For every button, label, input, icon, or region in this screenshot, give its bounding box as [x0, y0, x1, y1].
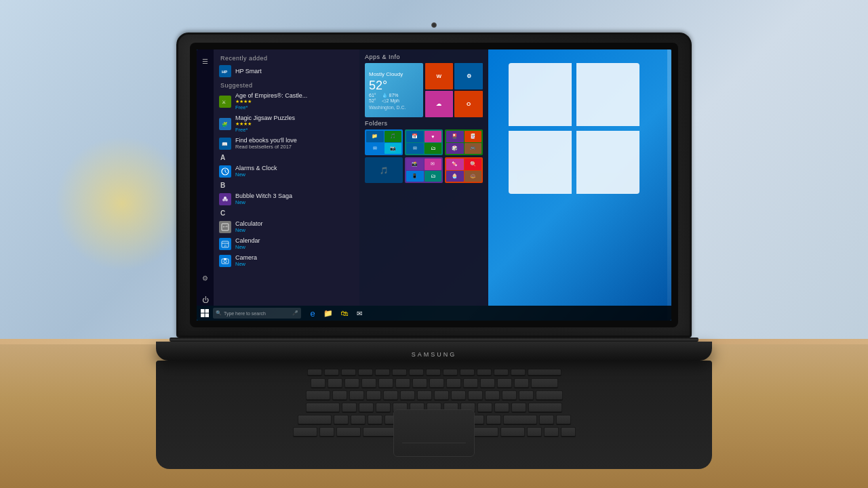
key-3[interactable]	[361, 378, 376, 388]
office-cluster-tile[interactable]: W ⚙ ☁ O	[425, 63, 484, 117]
key-a[interactable]	[342, 403, 357, 412]
key-f10[interactable]	[477, 369, 492, 375]
screen: ☰ ⚙ ⏻ Recently added HP HP	[197, 49, 671, 321]
key-win[interactable]	[319, 427, 334, 436]
key-backspace[interactable]	[531, 378, 558, 388]
key-z[interactable]	[334, 415, 349, 424]
folder-tile-3[interactable]: 🎴 🃏 🎲 🎮	[445, 129, 483, 155]
app-item-find-ebooks[interactable]: 📖 Find ebooks you'll love Read bestselle…	[214, 135, 359, 152]
magic-jigsaw-stars: ★★★★	[235, 121, 295, 127]
folder-sub-6d: 🍩	[465, 171, 482, 182]
key-f12[interactable]	[511, 369, 526, 375]
key-alt-l[interactable]	[336, 427, 361, 436]
taskbar-store-icon[interactable]: 🛍	[336, 306, 351, 321]
app-item-hp-smart[interactable]: HP HP Smart	[214, 63, 359, 79]
key-esc[interactable]	[307, 369, 322, 375]
folder-tile-6[interactable]: 🍬 🍭 🧁 🍩	[445, 157, 483, 183]
key-alt-r[interactable]	[500, 427, 525, 436]
key-slash[interactable]	[486, 415, 501, 424]
key-x[interactable]	[351, 415, 366, 424]
key-f6[interactable]	[409, 369, 424, 375]
key-t[interactable]	[400, 390, 415, 400]
key-enter[interactable]	[536, 390, 563, 400]
key-equals[interactable]	[514, 378, 529, 388]
key-q[interactable]	[332, 390, 347, 400]
key-tab[interactable]	[306, 390, 330, 400]
taskbar-mic-icon[interactable]: 🎤	[292, 310, 298, 316]
key-f7[interactable]	[426, 369, 441, 375]
key-1[interactable]	[328, 378, 342, 388]
start-button[interactable]	[198, 307, 212, 319]
app-item-calendar[interactable]: 15 Calendar New	[214, 235, 359, 252]
key-semicolon[interactable]	[494, 403, 509, 412]
app-item-magic-jigsaw[interactable]: 🧩 Magic Jigsaw Puzzles ★★★★ Free*	[214, 113, 359, 135]
key-9[interactable]	[463, 378, 478, 388]
key-u[interactable]	[434, 390, 449, 400]
key-6[interactable]	[412, 378, 427, 388]
key-right[interactable]	[561, 427, 576, 436]
weather-tile[interactable]: Mostly Cloudy 52° 61° 💧 87%	[365, 63, 423, 117]
power-icon[interactable]: ⏻	[199, 293, 212, 306]
taskbar-search[interactable]: 🔍 Type here to search 🎤	[213, 308, 301, 319]
key-w[interactable]	[349, 390, 364, 400]
find-ebooks-info: Find ebooks you'll love Read bestsellers…	[235, 137, 297, 150]
folder-sub-6a: 🍬	[446, 159, 464, 170]
app-item-calculator[interactable]: +-× Calculator New	[214, 218, 359, 235]
key-i[interactable]	[451, 390, 466, 400]
taskbar-edge-icon[interactable]: e	[305, 306, 320, 321]
key-pgdn[interactable]	[556, 415, 571, 424]
key-f5[interactable]	[392, 369, 407, 375]
key-ctrl-l[interactable]	[293, 427, 317, 436]
key-s[interactable]	[359, 403, 374, 412]
key-down[interactable]	[544, 427, 559, 436]
key-left[interactable]	[527, 427, 542, 436]
key-8[interactable]	[446, 378, 461, 388]
key-d[interactable]	[376, 403, 391, 412]
key-f8[interactable]	[443, 369, 458, 375]
key-quote[interactable]	[511, 403, 526, 412]
key-f1[interactable]	[324, 369, 339, 375]
key-c[interactable]	[368, 415, 382, 424]
folder-tile-5[interactable]: 📸 ✉ 📱 🗂	[405, 157, 443, 183]
folder-tile-1[interactable]: 📁 🎵 ✉ 📷	[365, 129, 403, 155]
hamburger-menu-icon[interactable]: ☰	[199, 55, 212, 67]
key-rbracket[interactable]	[519, 390, 534, 400]
key-4[interactable]	[378, 378, 393, 388]
folder-sub-groove: 🎵	[384, 131, 402, 142]
key-capslock[interactable]	[306, 403, 340, 412]
settings-icon[interactable]: ⚙	[199, 272, 212, 284]
key-lbracket[interactable]	[502, 390, 517, 400]
key-f3[interactable]	[358, 369, 373, 375]
key-p[interactable]	[485, 390, 500, 400]
key-shift-r[interactable]	[503, 415, 537, 424]
key-5[interactable]	[395, 378, 410, 388]
key-l[interactable]	[477, 403, 492, 412]
app-item-camera[interactable]: Camera New	[214, 252, 359, 269]
key-y[interactable]	[417, 390, 432, 400]
key-o[interactable]	[468, 390, 483, 400]
key-up[interactable]	[539, 415, 554, 424]
key-0[interactable]	[480, 378, 495, 388]
key-minus[interactable]	[497, 378, 512, 388]
key-f4[interactable]	[375, 369, 390, 375]
key-f2[interactable]	[341, 369, 356, 375]
folder-tile-4[interactable]: 🎵	[365, 157, 403, 183]
key-backtick[interactable]	[311, 378, 326, 388]
taskbar-file-explorer-icon[interactable]: 📁	[321, 306, 336, 321]
key-delete[interactable]	[528, 369, 561, 375]
key-f9[interactable]	[460, 369, 475, 375]
key-f11[interactable]	[494, 369, 509, 375]
key-7[interactable]	[429, 378, 444, 388]
key-2[interactable]	[344, 378, 359, 388]
key-shift-l[interactable]	[298, 415, 332, 424]
folder-tile-2[interactable]: 📅 ♥ ✉ 🗂	[405, 129, 443, 155]
folders-section-label: Folders	[365, 120, 483, 127]
app-item-alarms-clock[interactable]: Alarms & Clock New	[214, 163, 359, 180]
key-enter2[interactable]	[528, 403, 562, 412]
touchpad[interactable]	[393, 409, 475, 457]
app-item-age-of-empires[interactable]: ⚔ Age of Empires®: Castle... ★★★★ Free*	[214, 90, 359, 113]
key-r[interactable]	[383, 390, 398, 400]
taskbar-mail-icon[interactable]: ✉	[352, 306, 367, 321]
app-item-bubble-witch[interactable]: Bubble Witch 3 Saga New	[214, 190, 359, 207]
key-e[interactable]	[366, 390, 381, 400]
